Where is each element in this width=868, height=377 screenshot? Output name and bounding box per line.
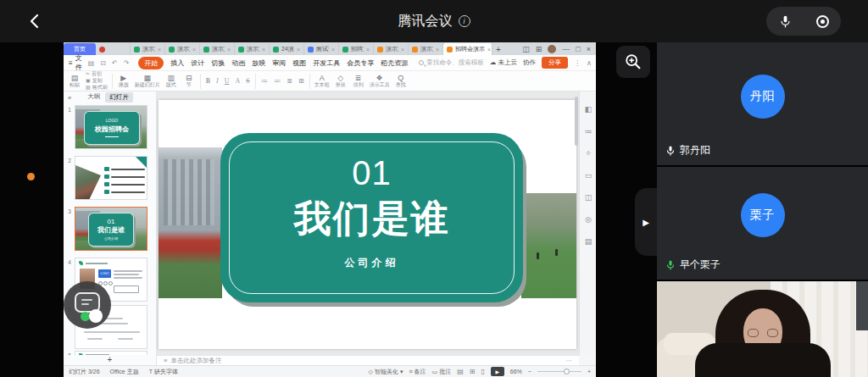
- new-slide-button[interactable]: ▦新建幻灯片: [135, 74, 160, 88]
- new-tab-button[interactable]: +: [492, 43, 504, 55]
- number-list-button[interactable]: ≕: [273, 77, 281, 85]
- more-menu-icon[interactable]: ⋮: [574, 59, 581, 67]
- cut-button[interactable]: ✂ 剪切: [86, 71, 108, 77]
- rail-panel-icon[interactable]: ▤: [580, 237, 597, 246]
- outline-tab[interactable]: 大纲: [87, 92, 100, 103]
- doc-tab[interactable]: 演示文稿×: [165, 43, 200, 55]
- collaborate-button[interactable]: 协作: [523, 58, 536, 67]
- notes-bar[interactable]: ≡ 单击此处添加备注 ⋯: [157, 355, 579, 365]
- slide-thumb-1[interactable]: LOGO 校园招聘会: [75, 105, 147, 149]
- rail-outline-icon[interactable]: ≔: [580, 127, 597, 136]
- doc-tab[interactable]: [96, 43, 131, 55]
- add-slide-button[interactable]: +: [108, 356, 113, 364]
- participant-tile-1[interactable]: 丹阳 郭丹阳: [657, 42, 868, 165]
- redo-icon[interactable]: ↷: [124, 59, 130, 67]
- command-search[interactable]: 查找命令、搜索模板: [419, 58, 484, 67]
- play-slideshow-button[interactable]: ▶播放: [117, 74, 131, 88]
- save-icon[interactable]: ▤: [88, 59, 95, 67]
- format-painter-button[interactable]: ▧ 格式刷: [86, 85, 108, 91]
- share-button[interactable]: 分享: [542, 57, 568, 69]
- zoom-level[interactable]: 66%: [510, 369, 522, 374]
- rail-effects-icon[interactable]: ✧: [580, 149, 597, 158]
- doc-tab[interactable]: 招聘文档×: [339, 43, 374, 55]
- tab-close-icon[interactable]: ×: [436, 47, 439, 53]
- tab-close-icon[interactable]: ×: [192, 47, 196, 53]
- ai-beautify-button[interactable]: ◇ 智能美化 ▾: [369, 368, 403, 376]
- line-spacing-button[interactable]: ≣: [286, 77, 293, 85]
- screen-zoom-button[interactable]: [616, 46, 650, 78]
- undo-icon[interactable]: ↶: [112, 59, 118, 67]
- tab-close-icon[interactable]: ×: [487, 47, 491, 53]
- strikethrough-button[interactable]: S: [245, 77, 250, 85]
- paste-button[interactable]: ▤粘贴: [68, 74, 81, 88]
- record-button[interactable]: [804, 15, 841, 28]
- collapse-participants-button[interactable]: ▶: [635, 188, 657, 256]
- slide-thumb-2[interactable]: [75, 156, 147, 200]
- ribbon-tab-design[interactable]: 设计: [191, 58, 204, 68]
- notes-more-icon[interactable]: ⋯: [566, 357, 573, 364]
- ribbon-tab-view[interactable]: 视图: [292, 58, 306, 68]
- collapse-ribbon-icon[interactable]: ∧: [587, 59, 592, 67]
- meeting-info-icon[interactable]: i: [459, 15, 470, 27]
- notes-toggle[interactable]: ≡ 备注: [409, 368, 426, 376]
- tab-close-icon[interactable]: ×: [401, 47, 404, 53]
- doc-tab-active[interactable]: 招聘会演示×: [443, 43, 492, 55]
- ribbon-tab-home[interactable]: 开始: [138, 57, 164, 69]
- presenter-tools-button[interactable]: ❖演示工具: [370, 74, 390, 88]
- find-button[interactable]: Q查找: [394, 74, 408, 88]
- slide-thumb-3-selected[interactable]: 01 我们是谁 公司介绍: [75, 207, 147, 251]
- ribbon-tab-member[interactable]: 会员专享: [347, 58, 374, 68]
- bold-button[interactable]: B: [205, 77, 211, 85]
- app-grid-icon[interactable]: ⊞: [536, 45, 542, 53]
- ribbon-tab-slideshow[interactable]: 放映: [252, 58, 265, 68]
- doc-tab[interactable]: 演示文稿×: [200, 43, 235, 55]
- underline-button[interactable]: U: [224, 77, 231, 85]
- account-avatar[interactable]: [548, 45, 556, 53]
- slides-tab[interactable]: 幻灯片: [105, 92, 133, 103]
- zoom-slider[interactable]: [537, 371, 581, 372]
- layout-button[interactable]: ▥版式: [164, 74, 178, 88]
- doc-tab[interactable]: 演示文稿×: [374, 43, 409, 55]
- zoom-in-button[interactable]: +: [587, 369, 591, 374]
- meeting-floating-bubble[interactable]: [64, 281, 111, 329]
- bullet-list-button[interactable]: ≔: [260, 77, 269, 85]
- collapse-panel-icon[interactable]: «: [64, 94, 75, 102]
- minimize-button[interactable]: —: [562, 45, 570, 53]
- slide-canvas[interactable]: 01 我们是谁 公司介绍: [157, 91, 579, 355]
- ribbon-tab-animation[interactable]: 动画: [231, 58, 245, 68]
- section-button[interactable]: ⊟节: [182, 74, 196, 88]
- mic-button[interactable]: [766, 14, 804, 29]
- close-button[interactable]: ×: [587, 45, 591, 53]
- doc-tab[interactable]: 演示文稿×: [409, 43, 443, 55]
- shapes-button[interactable]: ◇形状: [334, 74, 348, 88]
- tab-close-icon[interactable]: ×: [158, 47, 161, 53]
- current-slide[interactable]: 01 我们是谁 公司介绍: [159, 100, 576, 349]
- text-box-button[interactable]: A文本框: [314, 74, 330, 88]
- cloud-status[interactable]: ☁ 未上云: [490, 58, 517, 67]
- font-color-button[interactable]: A: [234, 77, 241, 85]
- participant-tile-2[interactable]: 栗子 早个栗子: [657, 167, 868, 280]
- maximize-button[interactable]: □: [576, 45, 580, 53]
- print-icon[interactable]: ⊡: [100, 59, 106, 67]
- ribbon-tab-review[interactable]: 审阅: [272, 58, 286, 68]
- slide-title-box[interactable]: 01 我们是谁 公司介绍: [220, 133, 523, 302]
- tab-close-icon[interactable]: ×: [262, 47, 265, 53]
- missing-font-indicator[interactable]: T 缺失字体: [149, 368, 178, 376]
- sorter-view-icon[interactable]: ⊞: [470, 368, 476, 375]
- doc-tab[interactable]: 24演示文稿×: [270, 43, 304, 55]
- comments-toggle[interactable]: ▭ 批注: [432, 368, 452, 376]
- ribbon-tab-insert[interactable]: 插入: [170, 58, 184, 68]
- reading-view-icon[interactable]: ▯: [481, 368, 484, 375]
- tab-close-icon[interactable]: ×: [227, 47, 231, 53]
- split-view-icon[interactable]: ◫: [522, 45, 530, 53]
- file-menu[interactable]: ≡ 文件: [69, 53, 82, 72]
- ribbon-tab-transition[interactable]: 切换: [211, 58, 225, 68]
- rail-layout-icon[interactable]: ◫: [580, 193, 597, 202]
- copy-button[interactable]: ▣ 复制: [86, 78, 108, 84]
- doc-tab[interactable]: 面试资料×: [304, 43, 339, 55]
- tab-close-icon[interactable]: ×: [366, 47, 370, 53]
- ribbon-tab-templates[interactable]: 稻壳资源: [381, 58, 408, 68]
- participant-video-tile[interactable]: [657, 281, 868, 377]
- rail-properties-icon[interactable]: ◧: [580, 105, 597, 114]
- doc-tab[interactable]: 演示文稿×: [235, 43, 270, 55]
